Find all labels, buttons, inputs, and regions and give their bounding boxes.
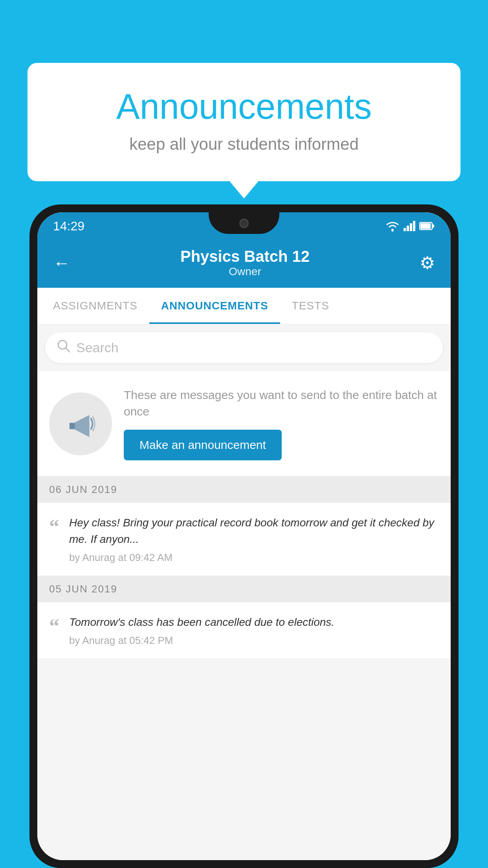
announcement-cta-section: These are messages you want to send to t…	[37, 371, 451, 476]
status-icons	[385, 221, 435, 232]
announcement-item-1: “ Hey class! Bring your practical record…	[37, 503, 451, 576]
announcement-text-block-2: Tomorrow's class has been cancelled due …	[69, 614, 439, 647]
tab-assignments[interactable]: ASSIGNMENTS	[41, 288, 149, 324]
announcement-icon-circle	[49, 392, 112, 455]
announcement-cta-description: These are messages you want to send to t…	[124, 387, 439, 420]
status-bar: 14:29	[37, 212, 451, 240]
quote-icon-1: “	[49, 517, 59, 537]
status-time: 14:29	[53, 219, 84, 234]
battery-icon	[419, 222, 435, 230]
phone-outer: 14:29	[29, 204, 459, 868]
back-button[interactable]: ←	[53, 253, 70, 273]
speech-bubble: Announcements keep all your students inf…	[28, 63, 460, 181]
date-separator-1: 06 JUN 2019	[37, 476, 451, 503]
megaphone-icon	[63, 406, 98, 441]
wifi-icon	[385, 221, 400, 232]
svg-rect-7	[420, 223, 431, 229]
speech-bubble-container: Announcements keep all your students inf…	[28, 63, 460, 181]
content-area: Search Thes	[37, 324, 451, 860]
speech-bubble-title: Announcements	[59, 86, 429, 127]
announcement-author-1: by Anurag at 09:42 AM	[69, 552, 439, 564]
phone-container: 14:29	[29, 204, 459, 868]
make-announcement-button[interactable]: Make an announcement	[124, 430, 282, 460]
app-header: ← Physics Batch 12 Owner ⚙	[37, 240, 451, 288]
search-placeholder: Search	[76, 340, 119, 355]
announcement-author-2: by Anurag at 05:42 PM	[69, 634, 439, 647]
signal-icon	[404, 221, 415, 231]
announcement-cta-right: These are messages you want to send to t…	[124, 387, 439, 460]
svg-point-0	[391, 229, 394, 231]
svg-line-9	[66, 348, 70, 352]
camera	[239, 219, 249, 228]
search-icon	[57, 339, 70, 356]
tab-tests[interactable]: TESTS	[280, 288, 341, 324]
date-separator-2: 05 JUN 2019	[37, 576, 451, 602]
announcement-message-1: Hey class! Bring your practical record b…	[69, 515, 439, 548]
svg-rect-10	[70, 423, 75, 429]
announcement-text-block-1: Hey class! Bring your practical record b…	[69, 515, 439, 564]
speech-bubble-subtitle: keep all your students informed	[59, 135, 429, 154]
svg-rect-2	[407, 226, 409, 231]
announcement-message-2: Tomorrow's class has been cancelled due …	[69, 614, 439, 631]
settings-button[interactable]: ⚙	[420, 253, 435, 273]
search-bar[interactable]: Search	[45, 332, 443, 363]
svg-rect-6	[432, 224, 434, 228]
phone-screen: 14:29	[37, 212, 451, 860]
header-title-section: Physics Batch 12 Owner	[70, 248, 420, 278]
tabs-bar: ASSIGNMENTS ANNOUNCEMENTS TESTS	[37, 288, 451, 324]
svg-rect-1	[404, 228, 406, 231]
header-subtitle: Owner	[70, 265, 420, 278]
header-title: Physics Batch 12	[70, 248, 420, 265]
svg-rect-4	[413, 221, 415, 231]
announcement-item-2: “ Tomorrow's class has been cancelled du…	[37, 602, 451, 659]
tab-announcements[interactable]: ANNOUNCEMENTS	[149, 288, 280, 324]
quote-icon-2: “	[49, 616, 59, 636]
notch	[209, 212, 279, 234]
svg-rect-3	[410, 223, 412, 231]
